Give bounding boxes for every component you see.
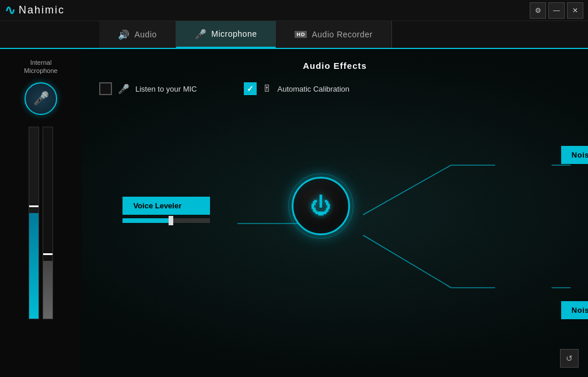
voice-leveler-slider-fill — [123, 218, 171, 223]
minimize-button[interactable]: — — [548, 2, 565, 19]
power-icon: ⏻ — [310, 194, 331, 218]
svg-line-1 — [363, 165, 451, 215]
auto-calib-control: 🎚 Automatic Calibration — [244, 82, 350, 95]
reset-button[interactable]: ↺ — [560, 349, 579, 368]
tab-audio-label: Audio — [135, 30, 157, 39]
mic-avatar-icon: 🎤 — [33, 91, 49, 106]
noise-gate-button[interactable]: Noise Gate — [561, 146, 588, 164]
vu-marker-2 — [43, 253, 52, 255]
content-area: Audio Effects 🎤 Listen to your MIC 🎚 Aut… — [82, 49, 588, 377]
vu-marker-1 — [29, 205, 38, 207]
vu-track-2 — [43, 127, 53, 319]
nav-tabs: 🔊 Audio 🎤 Microphone HD Audio Recorder — [0, 21, 588, 49]
listen-mic-control: 🎤 Listen to your MIC — [99, 82, 197, 95]
tab-audio[interactable]: 🔊 Audio — [99, 21, 176, 48]
auto-calib-label: Automatic Calibration — [278, 85, 350, 93]
audio-effects-title: Audio Effects — [99, 61, 570, 71]
tab-microphone[interactable]: 🎤 Microphone — [176, 21, 276, 48]
mic-avatar[interactable]: 🎤 — [24, 82, 57, 115]
logo-area: ∿ Nahimic — [5, 3, 65, 18]
hd-badge: HD — [295, 31, 307, 38]
controls-row: 🎤 Listen to your MIC 🎚 Automatic Calibra… — [99, 82, 570, 95]
listen-mic-icon: 🎤 — [118, 83, 130, 95]
noise-reduction-button[interactable]: Noise Reduction — [561, 301, 588, 319]
voice-leveler-wrap: Voice Leveler — [123, 197, 210, 223]
audio-tab-icon: 🔊 — [118, 29, 130, 40]
vu-meters — [29, 127, 53, 319]
svg-line-3 — [363, 235, 451, 288]
voice-leveler-button[interactable]: Voice Leveler — [123, 197, 210, 215]
logo-icon: ∿ — [5, 3, 14, 18]
settings-button[interactable]: ⚙ — [530, 2, 546, 19]
vu-fill-2 — [43, 261, 52, 318]
main-content: InternalMicrophone 🎤 Audio Effects 🎤 Lis… — [0, 49, 588, 377]
voice-leveler-slider-thumb[interactable] — [169, 216, 173, 225]
auto-calib-checkbox[interactable] — [244, 82, 257, 95]
mic-tab-icon: 🎤 — [195, 29, 207, 40]
listen-mic-label: Listen to your MIC — [135, 85, 197, 93]
voice-leveler-slider-track[interactable] — [123, 218, 210, 223]
listen-mic-checkbox[interactable] — [99, 82, 112, 95]
vu-track-1 — [29, 127, 39, 319]
power-button-wrap: ⏻ — [292, 177, 350, 235]
close-button[interactable]: ✕ — [567, 2, 583, 19]
effects-center: Voice Leveler ⏻ Noise Gate — [99, 113, 570, 334]
auto-calib-icon: 🎚 — [262, 83, 272, 94]
tab-microphone-label: Microphone — [211, 29, 257, 39]
logo-text: Nahimic — [19, 4, 65, 16]
title-bar: ∿ Nahimic ⚙ — ✕ — [0, 0, 588, 21]
window-controls: ⚙ — ✕ — [530, 2, 583, 19]
vu-fill-1 — [29, 213, 38, 318]
slider-row — [123, 218, 210, 223]
device-label: InternalMicrophone — [24, 58, 57, 75]
tab-recorder[interactable]: HD Audio Recorder — [276, 21, 391, 48]
power-button[interactable]: ⏻ — [292, 177, 350, 235]
sidebar: InternalMicrophone 🎤 — [0, 49, 82, 377]
tab-recorder-label: Audio Recorder — [312, 30, 372, 39]
